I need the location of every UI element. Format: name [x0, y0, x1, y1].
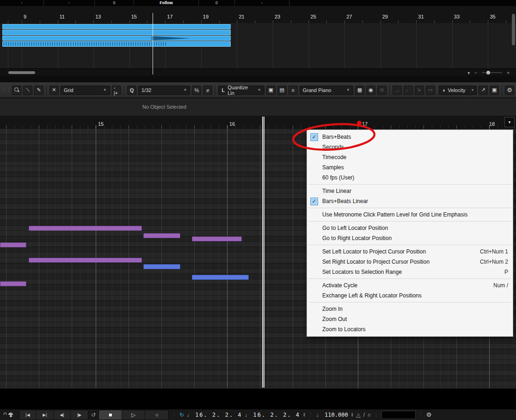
top-info-cell[interactable]: Follow — [134, 0, 199, 6]
menu-item-label: Zoom Out — [322, 316, 347, 322]
overview-ruler[interactable]: 911131517192123252729313335 — [0, 6, 516, 23]
snap-type-dropdown[interactable]: Grid ▼ — [61, 86, 110, 95]
cycle-button[interactable]: ↻ — [179, 412, 184, 418]
record-button[interactable]: ○ — [145, 410, 168, 420]
menu-item[interactable]: Zoom In — [307, 304, 513, 314]
menu-item[interactable]: 60 fps (User) — [307, 173, 513, 183]
ruler-options-button[interactable]: ▼ — [504, 117, 515, 127]
step-input-button[interactable]: → — [393, 86, 402, 95]
midi-note[interactable] — [143, 264, 180, 269]
menu-item[interactable]: Set Left Locator to Project Cursor Posit… — [307, 247, 513, 257]
overview-event[interactable] — [2, 30, 231, 35]
menu-item[interactable]: Zoom to Locators — [307, 324, 513, 334]
midi-note[interactable] — [0, 242, 26, 247]
toolbar-setup-button[interactable]: ⚙ — [505, 86, 514, 95]
menu-item[interactable]: Use Metronome Click Pattern Level for Gr… — [307, 210, 513, 220]
quantize-preset-dropdown[interactable]: 1/32 ▼ — [138, 86, 190, 95]
menu-item[interactable]: Seconds — [307, 142, 513, 152]
no-overlap-button[interactable]: ⊘ — [377, 86, 387, 95]
go-to-start-button[interactable]: |◀ — [19, 410, 37, 420]
swing-quantize-button[interactable]: % — [192, 86, 201, 95]
midi-note[interactable] — [0, 281, 26, 286]
color-scheme-button[interactable]: ◉ — [366, 86, 375, 95]
nudge-forward-button[interactable]: |▶ — [71, 410, 88, 420]
event-colors-dropdown[interactable]: ◑ Velocity ▾ — [439, 86, 477, 95]
zoom-slider[interactable] — [482, 72, 502, 73]
length-quantize-dropdown[interactable]: L Quantize Lin ▼ — [218, 86, 264, 95]
toolbar-grip[interactable]: ⋮⋮ — [2, 87, 10, 93]
time-format-icon[interactable]: ♩ — [187, 412, 192, 418]
overview-events-area[interactable] — [0, 23, 516, 69]
time-spinner[interactable]: ▲▼ — [303, 413, 306, 417]
play-button[interactable]: ▷ — [122, 410, 145, 420]
menu-item-label: Set Right Locator to Project Cursor Posi… — [322, 259, 430, 265]
scrollbar-handle[interactable] — [8, 71, 35, 74]
zoom-in-icon[interactable]: + — [507, 70, 510, 75]
tempo-display[interactable]: 110.000 — [325, 412, 348, 418]
go-to-end-button[interactable]: ▶| — [37, 410, 54, 420]
transport-setup-gear-icon[interactable]: ⚙ — [426, 411, 432, 418]
stack-icon-button[interactable]: ≡ — [289, 86, 298, 95]
line-tool-button[interactable]: ⟍ — [23, 86, 32, 95]
tempo-icon[interactable]: ♩ — [316, 412, 322, 418]
part-borders-button[interactable]: ▣ — [266, 86, 276, 95]
top-info-cell[interactable]: - — [44, 0, 95, 6]
primary-time-display[interactable]: 16. 2. 2. 4 — [195, 412, 242, 418]
editor-ruler[interactable]: ▼ 15161718 — [0, 116, 516, 129]
menu-item[interactable]: Go to Right Locator Position — [307, 233, 513, 243]
top-info-cell[interactable]: - — [0, 0, 44, 6]
top-info-cell[interactable]: 0 — [199, 0, 235, 6]
zoom-slider-handle[interactable] — [486, 71, 490, 74]
part-selector-dropdown[interactable]: Grand Piano ▼ — [300, 86, 353, 95]
menu-item[interactable]: ✓Bars+Beats — [307, 132, 513, 142]
midi-note[interactable] — [29, 258, 142, 263]
midi-note[interactable] — [192, 275, 249, 280]
grid-overlay-button[interactable]: ▦ — [355, 86, 364, 95]
overview-event[interactable] — [2, 24, 231, 29]
toolbar-divider — [502, 85, 502, 95]
open-in-window-button[interactable]: ↗ — [479, 86, 488, 95]
overview-horizontal-scrollbar[interactable]: ▾ − + — [0, 68, 516, 76]
menu-item[interactable]: Activate CycleNum / — [307, 280, 513, 290]
overview-event[interactable] — [2, 36, 231, 41]
editor-layout-button[interactable]: ▣ — [490, 86, 499, 95]
sync-button[interactable]: e — [368, 412, 371, 418]
time-signature-button[interactable]: / — [363, 412, 365, 418]
midi-note[interactable] — [192, 236, 242, 241]
top-info-cell[interactable]: 0 — [95, 0, 134, 6]
zoom-preset-icon[interactable]: ▾ — [467, 70, 470, 75]
metronome-button[interactable]: △ — [356, 412, 361, 418]
zoom-out-icon[interactable]: − — [474, 70, 477, 75]
overview-vertical-scrollbar[interactable] — [512, 14, 515, 45]
quantize-panel-button[interactable]: e — [203, 86, 212, 95]
top-info-cell[interactable]: - — [235, 0, 289, 6]
zoom-tool-button[interactable] — [12, 86, 21, 95]
time-format-icon[interactable]: ♩ — [245, 412, 251, 418]
nudge-back-button[interactable]: ◀| — [54, 410, 71, 420]
checkmark-icon: ✓ — [310, 198, 318, 205]
move-insert-button[interactable]: ↳ — [415, 86, 424, 95]
menu-item[interactable]: Go to Left Locator Position — [307, 223, 513, 233]
retrospective-record-button[interactable]: ↺ — [91, 412, 96, 418]
stop-button[interactable]: ■ — [99, 410, 122, 420]
menu-item[interactable]: Set Locators to Selection RangeP — [307, 267, 513, 277]
overview-event[interactable] — [2, 41, 231, 47]
menu-item[interactable]: Timecode — [307, 152, 513, 162]
menu-item[interactable]: Zoom Out — [307, 314, 513, 324]
tempo-spinner[interactable]: ▲▼ — [351, 413, 354, 417]
menu-item[interactable]: ✓Bars+Beats Linear — [307, 196, 513, 206]
menu-item[interactable]: Set Right Locator to Project Cursor Posi… — [307, 257, 513, 267]
menu-item[interactable]: Samples — [307, 162, 513, 173]
secondary-time-display[interactable]: 16. 2. 2. 4 — [253, 412, 300, 418]
insert-mode-button[interactable]: ↦ — [426, 86, 435, 95]
menu-item[interactable]: Time Linear — [307, 186, 513, 196]
menu-item[interactable]: Exchange Left & Right Locator Positions — [307, 290, 513, 301]
draw-tool-button[interactable]: ✎ — [34, 86, 43, 95]
part-list-button[interactable]: ▤ — [277, 86, 287, 95]
midi-note[interactable] — [143, 233, 180, 238]
menu-item-label: 60 fps (User) — [322, 174, 354, 181]
midi-input-button[interactable]: ♩ — [404, 86, 413, 95]
snap-toggle-button[interactable]: ✕ — [49, 86, 59, 95]
snap-offset-button[interactable]: -|+ — [112, 86, 121, 95]
midi-note[interactable] — [29, 226, 142, 231]
